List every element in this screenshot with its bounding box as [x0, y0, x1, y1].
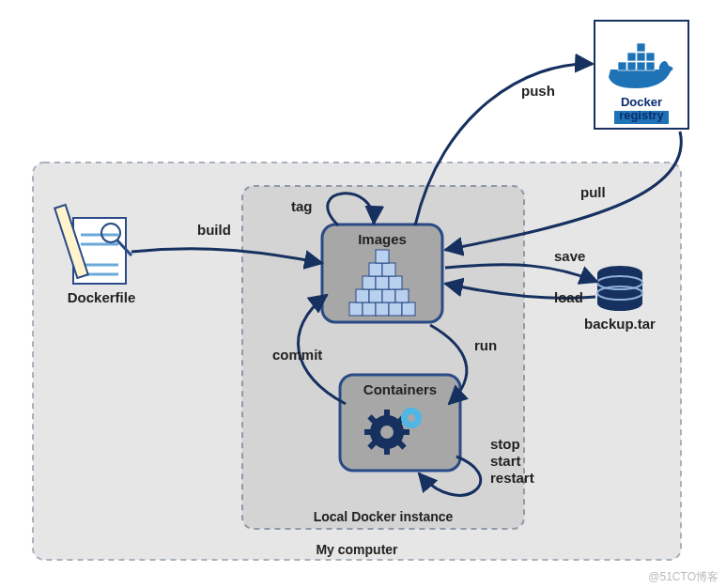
region-my-computer-label: My computer: [316, 542, 398, 557]
edge-load-label: load: [554, 289, 583, 305]
svg-rect-12: [389, 302, 402, 316]
svg-rect-39: [618, 62, 626, 70]
svg-rect-30: [400, 429, 409, 435]
region-local-docker-label: Local Docker instance: [314, 509, 454, 524]
edge-stop-label: stop: [490, 436, 520, 452]
node-registry: Docker registry Docker registry: [595, 21, 688, 129]
svg-rect-41: [637, 62, 645, 70]
svg-rect-23: [376, 250, 389, 263]
svg-rect-13: [402, 302, 415, 316]
node-containers-label: Containers: [363, 381, 437, 397]
svg-rect-44: [637, 53, 645, 61]
svg-rect-9: [349, 302, 363, 316]
svg-rect-46: [637, 43, 645, 52]
edge-commit-label: commit: [272, 347, 322, 363]
svg-rect-22: [382, 263, 395, 276]
edge-tag-label: tag: [291, 198, 313, 214]
svg-rect-42: [646, 62, 655, 70]
svg-rect-27: [384, 410, 390, 419]
svg-point-26: [380, 426, 394, 439]
node-images: Images: [322, 224, 442, 322]
svg-rect-20: [389, 276, 402, 289]
svg-rect-15: [369, 289, 382, 302]
svg-rect-45: [646, 53, 655, 61]
node-backup-label: backup.tar: [584, 316, 656, 332]
svg-rect-16: [382, 289, 395, 302]
edge-save-label: save: [554, 248, 585, 264]
svg-rect-17: [395, 289, 409, 302]
svg-rect-21: [369, 263, 382, 276]
edge-push-label: push: [521, 83, 555, 99]
svg-rect-14: [356, 289, 369, 302]
node-containers: Containers: [340, 375, 460, 471]
svg-rect-28: [384, 445, 390, 455]
svg-point-36: [408, 414, 415, 422]
node-registry-label-2: registry: [619, 108, 664, 122]
edge-pull-label: pull: [580, 184, 606, 200]
svg-rect-43: [627, 53, 636, 61]
svg-rect-40: [627, 62, 636, 70]
svg-rect-11: [376, 302, 389, 316]
edge-start-label: start: [490, 453, 521, 469]
watermark: @51CTO博客: [648, 570, 718, 583]
edge-run-label: run: [474, 337, 497, 353]
svg-rect-19: [376, 276, 389, 289]
node-registry-label-1: Docker: [621, 95, 662, 109]
node-images-label: Images: [358, 231, 407, 247]
svg-rect-10: [363, 302, 376, 316]
docker-flow-diagram: My computer Local Docker instance Docker…: [0, 0, 726, 588]
svg-rect-29: [364, 429, 374, 435]
node-dockerfile-label: Dockerfile: [68, 289, 136, 305]
svg-rect-18: [363, 276, 376, 289]
edge-restart-label: restart: [490, 470, 534, 486]
edge-build-label: build: [197, 222, 231, 238]
